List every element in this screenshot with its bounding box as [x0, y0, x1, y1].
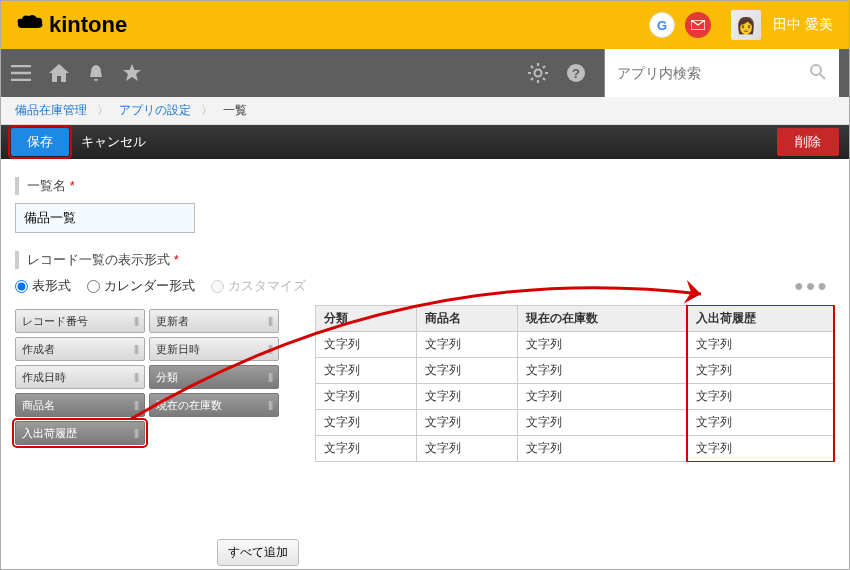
table-cell: 文字列 [417, 358, 518, 384]
gear-icon[interactable] [528, 63, 548, 83]
brand-icon [17, 14, 43, 36]
user-menu[interactable]: 👩 田中 愛美 [721, 10, 833, 40]
column-header[interactable]: 入出荷履歴 [688, 306, 835, 332]
table-cell: 文字列 [688, 410, 835, 436]
field-chip[interactable]: 更新者||| [149, 309, 279, 333]
field-chip[interactable]: 作成者||| [15, 337, 145, 361]
toolbar: ? [1, 49, 849, 97]
field-chip[interactable]: 商品名||| [15, 393, 145, 417]
table-cell: 文字列 [518, 332, 688, 358]
list-name-label: 一覧名 * [15, 177, 835, 195]
mail-icon[interactable] [685, 12, 711, 38]
table-row: 文字列文字列文字列文字列 [316, 410, 835, 436]
bell-icon[interactable] [87, 64, 105, 82]
delete-button[interactable]: 削除 [777, 128, 839, 156]
svg-point-3 [811, 65, 821, 75]
radio-custom: カスタマイズ [211, 277, 306, 295]
avatar: 👩 [731, 10, 761, 40]
field-palette: レコード番号|||更新者|||作成者|||更新日時|||作成日時|||分類|||… [15, 305, 305, 449]
table-cell: 文字列 [518, 436, 688, 462]
save-button[interactable]: 保存 [11, 128, 69, 156]
column-header[interactable]: 商品名 [417, 306, 518, 332]
preview-table-wrap: 分類商品名現在の在庫数入出荷履歴文字列文字列文字列文字列文字列文字列文字列文字列… [315, 305, 835, 462]
table-cell: 文字列 [417, 384, 518, 410]
table-cell: 文字列 [417, 332, 518, 358]
column-header[interactable]: 分類 [316, 306, 417, 332]
action-bar: 保存 キャンセル 削除 [1, 125, 849, 159]
display-format-label: レコード一覧の表示形式 * [15, 251, 835, 269]
username: 田中 愛美 [773, 16, 833, 34]
table-cell: 文字列 [316, 410, 417, 436]
field-chip[interactable]: 作成日時||| [15, 365, 145, 389]
table-cell: 文字列 [316, 358, 417, 384]
help-icon[interactable]: ? [566, 63, 586, 83]
brand-logo: kintone [17, 12, 127, 38]
search-icon[interactable] [809, 63, 827, 84]
table-cell: 文字列 [316, 384, 417, 410]
crumb-settings[interactable]: アプリの設定 [119, 102, 191, 119]
crumb-sep: 〉 [97, 102, 109, 119]
brand-text: kintone [49, 12, 127, 38]
table-cell: 文字列 [688, 436, 835, 462]
table-cell: 文字列 [688, 384, 835, 410]
add-all-button[interactable]: すべて追加 [217, 539, 299, 566]
field-chip[interactable]: レコード番号||| [15, 309, 145, 333]
crumb-app[interactable]: 備品在庫管理 [15, 102, 87, 119]
table-cell: 文字列 [518, 384, 688, 410]
home-icon[interactable] [49, 64, 69, 82]
more-icon[interactable]: ●●● [794, 277, 835, 295]
table-row: 文字列文字列文字列文字列 [316, 436, 835, 462]
table-cell: 文字列 [417, 436, 518, 462]
table-row: 文字列文字列文字列文字列 [316, 358, 835, 384]
svg-text:?: ? [572, 66, 580, 81]
svg-point-0 [535, 70, 542, 77]
header-right: G 👩 田中 愛美 [649, 10, 833, 40]
content: 一覧名 * レコード一覧の表示形式 * 表形式 カレンダー形式 カスタマイズ ●… [1, 159, 849, 570]
list-name-input[interactable] [15, 203, 195, 233]
table-cell: 文字列 [688, 332, 835, 358]
menu-icon[interactable] [11, 65, 31, 81]
field-chip[interactable]: 更新日時||| [149, 337, 279, 361]
column-header[interactable]: 現在の在庫数 [518, 306, 688, 332]
crumb-sep: 〉 [201, 102, 213, 119]
display-format-radios: 表形式 カレンダー形式 カスタマイズ ●●● [15, 277, 835, 295]
table-row: 文字列文字列文字列文字列 [316, 332, 835, 358]
preview-table: 分類商品名現在の在庫数入出荷履歴文字列文字列文字列文字列文字列文字列文字列文字列… [315, 305, 835, 462]
radio-calendar[interactable]: カレンダー形式 [87, 277, 195, 295]
field-chip[interactable]: 現在の在庫数||| [149, 393, 279, 417]
google-icon[interactable]: G [649, 12, 675, 38]
table-cell: 文字列 [316, 332, 417, 358]
search-input[interactable] [617, 65, 777, 81]
header-top: kintone G 👩 田中 愛美 [1, 1, 849, 49]
breadcrumb: 備品在庫管理 〉 アプリの設定 〉 一覧 [1, 97, 849, 125]
table-cell: 文字列 [316, 436, 417, 462]
star-icon[interactable] [123, 64, 141, 82]
radio-table[interactable]: 表形式 [15, 277, 71, 295]
search-area [604, 49, 839, 97]
table-row: 文字列文字列文字列文字列 [316, 384, 835, 410]
table-cell: 文字列 [518, 358, 688, 384]
table-cell: 文字列 [688, 358, 835, 384]
cancel-button[interactable]: キャンセル [81, 133, 146, 151]
field-chip[interactable]: 分類||| [149, 365, 279, 389]
field-chip[interactable]: 入出荷履歴||| [15, 421, 145, 445]
table-cell: 文字列 [417, 410, 518, 436]
table-cell: 文字列 [518, 410, 688, 436]
crumb-current: 一覧 [223, 102, 247, 119]
